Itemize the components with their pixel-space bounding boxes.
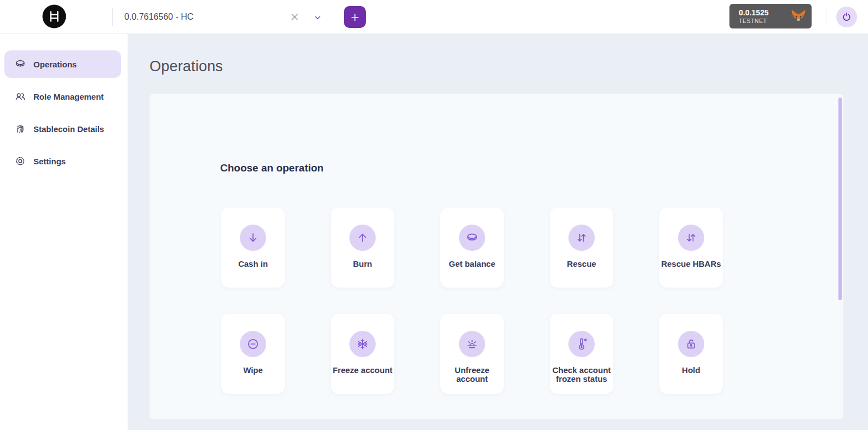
- operation-icon-circle: [459, 225, 485, 251]
- arrows-down-up-icon: [684, 231, 698, 245]
- operation-label: Cash in: [238, 260, 268, 268]
- thermometer-cold-icon: [574, 337, 589, 351]
- clear-selection-button[interactable]: [287, 9, 302, 25]
- operation-icon-circle: [240, 331, 266, 357]
- page-title: Operations: [150, 58, 223, 75]
- operation-tile-unfreeze-account[interactable]: Unfreeze account: [440, 314, 504, 394]
- wallet-network-label: TESTNET: [739, 18, 791, 25]
- sidebar-item-settings[interactable]: Settings: [4, 147, 121, 175]
- sidebar-item-label: Role Management: [33, 92, 104, 101]
- sidebar-item-role-management[interactable]: Role Management: [4, 83, 121, 110]
- arrow-down-icon: [246, 231, 260, 245]
- operation-icon-circle: [568, 225, 595, 251]
- operation-tile-rescue[interactable]: Rescue: [550, 208, 613, 288]
- minus-circle-icon: [246, 337, 260, 351]
- operation-icon-circle: [240, 225, 266, 251]
- power-icon: [841, 12, 852, 22]
- operation-label: Hold: [682, 366, 700, 375]
- sidebar-item-label: Settings: [33, 157, 66, 166]
- wallet-info: 0.0.1525 TESTNET: [739, 8, 791, 25]
- operation-icon-circle: [349, 225, 376, 251]
- operation-tile-wipe[interactable]: Wipe: [221, 314, 285, 394]
- users-icon: [14, 90, 26, 102]
- operation-label: Rescue: [567, 260, 596, 268]
- coin-icon: [465, 231, 479, 245]
- wallet-account-id: 0.0.1525: [739, 8, 791, 18]
- operations-grid: Cash in Burn: [221, 208, 723, 394]
- panel-heading: Choose an operation: [220, 162, 324, 174]
- operation-label: Burn: [353, 260, 372, 268]
- arrows-down-up-icon: [574, 231, 589, 245]
- operation-label: Freeze account: [332, 366, 392, 375]
- operation-icon-circle: [459, 331, 485, 357]
- operation-icon-circle: [349, 331, 376, 357]
- operation-tile-cash-in[interactable]: Cash in: [221, 208, 285, 288]
- hedera-logo[interactable]: [42, 4, 66, 28]
- operation-icon-circle: [678, 331, 704, 357]
- app-window: 0.0.7616560 - HC + 0.0.1525 TESTNET: [0, 0, 868, 430]
- operations-panel: Choose an operation Cash in: [150, 94, 843, 419]
- topbar-divider: [112, 8, 113, 26]
- operation-tile-get-balance[interactable]: Get balance: [440, 208, 504, 288]
- sidebar: Operations Role Management Stablecoin De…: [0, 34, 128, 430]
- arrow-up-icon: [355, 231, 370, 245]
- operation-icon-circle: [678, 225, 704, 251]
- operation-tile-rescue-hbars[interactable]: Rescue HBARs: [659, 208, 723, 288]
- metamask-fox-icon: [791, 9, 806, 24]
- operation-tile-burn[interactable]: Burn: [331, 208, 394, 288]
- main-content: Operations Choose an operation Cash in: [128, 34, 868, 430]
- add-stablecoin-button[interactable]: +: [344, 6, 366, 28]
- sidebar-item-label: Operations: [33, 60, 77, 69]
- operation-icon-circle: [568, 331, 595, 357]
- stablecoin-select-value: 0.0.7616560 - HC: [124, 0, 193, 34]
- disconnect-button[interactable]: [836, 7, 857, 27]
- operation-tile-check-frozen-status[interactable]: Check account frozen status: [550, 314, 613, 394]
- scrollbar-thumb[interactable]: [838, 98, 842, 300]
- operation-label: Get balance: [449, 260, 495, 268]
- coin-icon: [14, 58, 26, 70]
- operation-label: Check account frozen status: [550, 366, 613, 383]
- sidebar-item-operations[interactable]: Operations: [4, 50, 121, 78]
- sun-horizon-icon: [465, 337, 479, 351]
- snowflake-icon: [355, 337, 370, 351]
- operation-label: Unfreeze account: [440, 366, 504, 383]
- sidebar-item-label: Stablecoin Details: [33, 124, 104, 134]
- sidebar-item-stablecoin-details[interactable]: Stablecoin Details: [4, 115, 121, 142]
- wallet-badge[interactable]: 0.0.1525 TESTNET: [729, 4, 812, 28]
- operation-tile-hold[interactable]: Hold: [659, 314, 723, 394]
- gear-icon: [14, 155, 26, 167]
- operation-label: Rescue HBARs: [661, 260, 721, 268]
- lock-open-icon: [684, 337, 698, 351]
- close-icon: [289, 11, 301, 23]
- chevron-down-icon: [313, 13, 323, 22]
- fingerprint-icon: [14, 123, 26, 135]
- topbar-divider: [826, 8, 826, 26]
- operation-tile-freeze-account[interactable]: Freeze account: [331, 314, 394, 394]
- operation-label: Wipe: [243, 366, 263, 375]
- select-dropdown-button[interactable]: [311, 11, 325, 24]
- top-bar: 0.0.7616560 - HC + 0.0.1525 TESTNET: [0, 0, 868, 34]
